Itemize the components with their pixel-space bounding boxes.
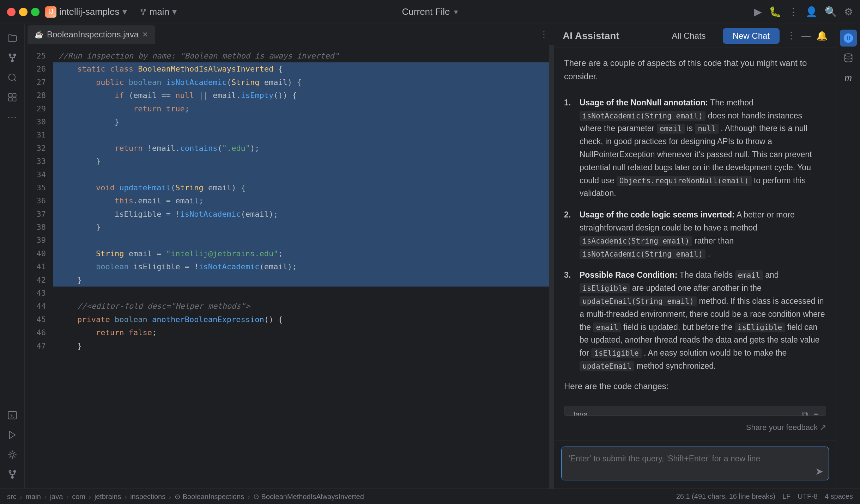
svg-marker-6 [9,431,15,439]
status-line-ending[interactable]: LF [782,492,791,500]
code-line-35: void updateEmail(String email) { [53,181,549,194]
code-line-25: //Run inspection by name: "Boolean metho… [53,49,549,62]
more-icon[interactable]: ⋮ [788,6,798,18]
status-encoding[interactable]: UTF-8 [798,492,818,500]
tab-bar: ☕ BooleanInspections.java ✕ ⋮ [25,24,554,45]
code-line-46: return false; [53,326,549,339]
code-line-44: //<editor-fold desc="Helper methods"> [53,300,549,313]
debug-icon[interactable]: 🐛 [769,6,781,18]
ai-code-block-header: Java ⧉ ≡ [564,406,826,416]
profile-icon[interactable]: 👤 [805,6,818,18]
breadcrumb-text: src › main › java › com › jetbrains › in… [7,492,364,501]
all-chats-button[interactable]: All Chats [662,28,716,44]
main-layout: ··· ☕ BooleanInspect [0,24,860,488]
run-icon[interactable]: ▶ [754,6,762,18]
ai-bell-icon[interactable]: 🔔 [816,30,828,41]
search-everywhere-icon[interactable]: 🔍 [825,6,837,18]
code-line-42: } [53,273,549,287]
ai-assistant-icon[interactable] [840,30,857,47]
current-file-label: Current File [402,6,450,17]
ai-input-area: ➤ [554,441,836,488]
code-line-29: return true; [53,102,549,115]
tab-close-button[interactable]: ✕ [142,30,148,39]
current-file-dropdown-icon[interactable]: ▾ [454,7,458,17]
line-ending-text: LF [782,492,791,500]
code-line-28: if (email == null || email.isEmpty()) { [53,89,549,102]
sidebar-icon-folder[interactable] [4,30,21,47]
tab-filename: BooleanInspections.java [47,30,139,39]
ai-list-item-1: 1. Usage of the NonNull annotation: The … [564,96,826,200]
code-line-43 [53,287,549,300]
tab-more-button[interactable]: ⋮ [537,27,551,42]
project-dropdown-icon[interactable]: ▾ [122,6,127,17]
code-content[interactable]: //Run inspection by name: "Boolean metho… [53,45,549,488]
code-editor[interactable]: 25 26 27 28 29 30 31 32 33 34 35 36 37 3… [25,45,554,488]
traffic-lights [7,8,40,16]
code-line-34 [53,168,549,181]
sidebar-icon-git-bottom[interactable] [4,466,21,483]
titlebar-center: Current File ▾ [402,6,458,17]
ai-code-lang: Java [571,410,798,416]
ai-panel: AI Assistant All Chats New Chat ⋮ — 🔔 Th… [554,24,836,488]
branch-label: main [150,6,169,17]
encoding-text: UTF-8 [798,492,818,500]
close-button[interactable] [7,8,16,16]
code-line-32: return !email.contains(".edu"); [53,142,549,155]
svg-rect-2 [13,94,16,97]
sidebar-icon-search[interactable] [4,69,21,86]
svg-point-0 [8,74,15,81]
ai-response-list: 1. Usage of the NonNull annotation: The … [564,96,826,373]
branch-dropdown-icon[interactable]: ▾ [172,6,177,17]
ai-intro-text: There are a couple of aspects of this co… [564,56,826,89]
editor-tab[interactable]: ☕ BooleanInspections.java ✕ [28,25,155,44]
new-chat-button[interactable]: New Chat [723,28,780,44]
code-line-37: isEligible = !isNotAcademic(email); [53,208,549,221]
editor-area: ☕ BooleanInspections.java ✕ ⋮ 25 26 27 2… [25,24,554,488]
ai-minimize-icon[interactable]: — [801,30,811,41]
status-right: 26:1 (491 chars, 16 line breaks) LF UTF-… [676,492,853,500]
sidebar-icon-plugins[interactable] [4,89,21,106]
code-line-39 [53,234,549,247]
svg-point-7 [11,453,14,456]
titlebar: IJ intellij-samples ▾ main ▾ Current Fil… [0,0,860,24]
sidebar-icon-git[interactable] [4,49,21,66]
ai-content[interactable]: There are a couple of aspects of this co… [554,48,836,441]
code-line-27: public boolean isNotAcademic(String emai… [53,76,549,89]
editor-scrollbar[interactable] [549,45,554,488]
status-indent[interactable]: 4 spaces [825,492,853,500]
ai-format-icon[interactable]: ≡ [814,410,819,416]
settings-icon[interactable]: ⚙ [844,6,853,18]
status-breadcrumb[interactable]: src › main › java › com › jetbrains › in… [7,492,364,501]
project-name[interactable]: IJ intellij-samples ▾ [45,6,127,18]
ai-more-icon[interactable]: ⋮ [787,30,796,41]
sidebar-icon-more[interactable]: ··· [4,109,21,125]
svg-rect-3 [8,98,12,101]
ai-submit-button[interactable]: ➤ [815,466,823,477]
branch-name[interactable]: main ▾ [140,6,177,17]
ai-copy-icon[interactable]: ⧉ [802,410,808,416]
ai-input-field[interactable] [561,447,829,480]
sidebar-icon-terminal[interactable] [4,407,21,424]
titlebar-right: ▶ 🐛 ⋮ 👤 🔍 ⚙ [754,6,853,18]
indent-text: 4 spaces [825,492,853,500]
maximize-button[interactable] [31,8,40,16]
code-line-30: } [53,115,549,128]
m-icon[interactable]: m [840,69,857,86]
project-label: intellij-samples [59,6,120,17]
ai-panel-title: AI Assistant [563,30,655,42]
database-icon[interactable] [840,49,857,66]
status-position[interactable]: 26:1 (491 chars, 16 line breaks) [676,492,775,500]
line-numbers: 25 26 27 28 29 30 31 32 33 34 35 36 37 3… [25,45,53,488]
ai-feedback-link[interactable]: Share your feedback ↗ [564,423,826,432]
svg-rect-4 [13,98,16,101]
ai-code-changes-label: Here are the code changes: [564,380,826,399]
sidebar-icon-run[interactable] [4,426,21,443]
ai-list-item-2: 2. Usage of the code logic seems inverte… [564,208,826,260]
sidebar-icon-debug[interactable] [4,446,21,463]
minimize-button[interactable] [19,8,28,16]
ai-code-block: Java ⧉ ≡ static class BooleanMethodIsAlw… [564,406,826,416]
code-line-26: static class BooleanMethodIsAlwaysInvert… [53,62,549,75]
ai-code-actions: ⧉ ≡ [802,410,819,416]
ai-header: AI Assistant All Chats New Chat ⋮ — 🔔 [554,24,836,48]
code-line-41: boolean isEligible = !isNotAcademic(emai… [53,260,549,273]
